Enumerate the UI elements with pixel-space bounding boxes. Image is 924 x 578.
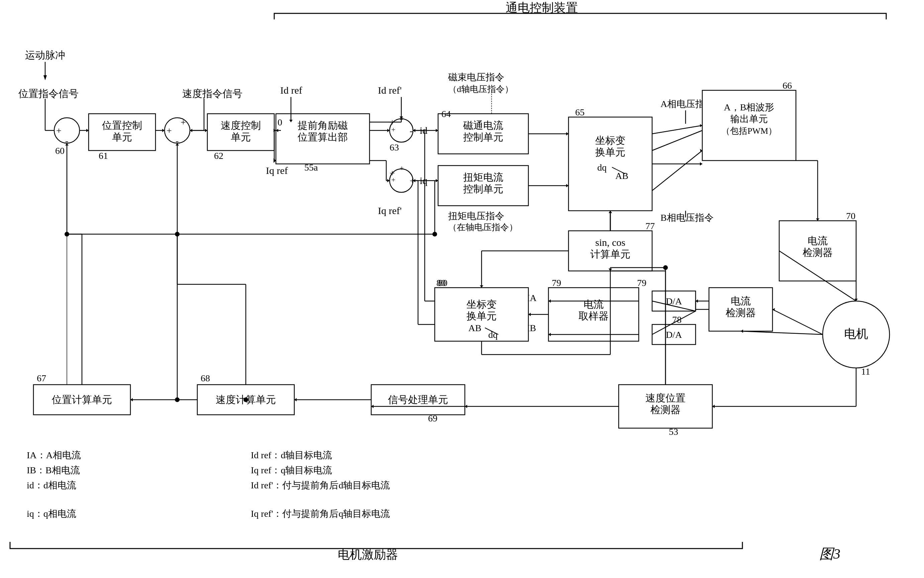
sum60-label: + bbox=[56, 125, 62, 136]
spd-ctrl-label2: 单元 bbox=[231, 132, 251, 143]
spd-pos-det-label1: 速度位置 bbox=[645, 392, 686, 403]
svg-text:+: + bbox=[391, 125, 395, 134]
svg-point-135 bbox=[433, 232, 437, 237]
curr-sampler-label1: 电流 bbox=[584, 299, 604, 310]
sum-mid-plus: + bbox=[167, 125, 172, 136]
sincos-label1: sin, cos bbox=[595, 237, 626, 248]
flux-ctrl-label2: 控制单元 bbox=[463, 132, 503, 143]
block53-id: 53 bbox=[669, 427, 678, 437]
coord-abdq-label1: 坐标变 bbox=[467, 299, 497, 310]
flux-ctrl-label1: 磁通电流 bbox=[463, 120, 503, 131]
motion-pulse-label: 运动脉冲 bbox=[25, 50, 65, 60]
block62-id: 62 bbox=[214, 151, 224, 161]
waveform-label1: A，B相波形 bbox=[724, 102, 775, 112]
block77-id: 77 bbox=[645, 221, 655, 231]
svg-text:+: + bbox=[400, 164, 404, 172]
legend-id: id：d相电流 bbox=[27, 480, 76, 490]
torque-ctrl-label1: 扭矩电流 bbox=[463, 172, 503, 183]
advance-label2: 位置算出部 bbox=[298, 132, 348, 143]
diagram-container: 通电控制装置 电机激励器 图3 运动脉冲 位置指令信号 + - 60 位置控制 … bbox=[0, 0, 924, 578]
waveform-label2: 输出单元 bbox=[730, 114, 768, 124]
svg-text:0: 0 bbox=[277, 117, 282, 127]
id-ref-label: Id ref bbox=[280, 84, 302, 96]
iq-ref-label: Iq ref bbox=[266, 165, 288, 176]
legend-iqref: Iq ref：q轴目标电流 bbox=[251, 465, 332, 475]
sum60-id: 60 bbox=[55, 146, 65, 156]
position-command-label: 位置指令信号 bbox=[18, 88, 79, 99]
legend-idrefprime: Id ref'：付与提前角后d轴目标电流 bbox=[251, 480, 390, 490]
coord-abdq-label2: 换单元 bbox=[467, 310, 497, 321]
torque-ctrl-label2: 控制单元 bbox=[463, 183, 503, 194]
spd-pos-det-label2: 检测器 bbox=[650, 404, 681, 415]
svg-rect-59 bbox=[702, 90, 796, 161]
iq-ref-prime-label: Iq ref' bbox=[378, 205, 402, 216]
pos-ctrl-label1: 位置控制 bbox=[102, 120, 142, 131]
d-axis-voltage-label: （d轴电压指令） bbox=[448, 84, 513, 94]
pos-calc-label: 位置计算单元 bbox=[52, 394, 112, 405]
motor-label: 电机 bbox=[844, 327, 868, 341]
block68-id: 68 bbox=[201, 373, 210, 383]
coord-dqab-label3: dq bbox=[597, 162, 606, 173]
curr-det-left-label2: 检测器 bbox=[726, 307, 756, 318]
svg-point-136 bbox=[243, 398, 248, 402]
sincos-label2: 计算单元 bbox=[590, 248, 631, 260]
coord-dqab-label2: 换单元 bbox=[595, 146, 626, 157]
block65-id: 65 bbox=[575, 107, 585, 117]
energization-control-label: 通电控制装置 bbox=[506, 1, 578, 15]
waveform-label3: （包括PWM） bbox=[721, 126, 777, 136]
speed-command-label: 速度指令信号 bbox=[182, 88, 242, 99]
motor-id: 11 bbox=[861, 366, 870, 377]
svg-text:-: - bbox=[410, 125, 413, 136]
coord-dqab-label4: AB bbox=[615, 170, 628, 181]
block80-num2: 80 bbox=[436, 278, 446, 288]
block67-id: 67 bbox=[37, 373, 46, 383]
coord-abdq-label4: dq bbox=[488, 330, 498, 340]
id-ref-prime-label: Id ref' bbox=[378, 84, 402, 96]
svg-point-163 bbox=[663, 265, 668, 270]
block79-num: 79 bbox=[552, 278, 561, 288]
q-axis-voltage-label: （在轴电压指令） bbox=[448, 222, 518, 232]
coord-abdq-label3: AB bbox=[468, 323, 481, 333]
legend-ib: IB：B相电流 bbox=[27, 465, 80, 475]
block66-id: 66 bbox=[783, 80, 792, 91]
sig-proc-label: 信号处理单元 bbox=[388, 394, 448, 405]
legend-ia: IA：A相电流 bbox=[27, 450, 81, 460]
svg-text:+: + bbox=[181, 117, 186, 127]
block61-id: 61 bbox=[99, 151, 108, 161]
advance-label1: 提前角励磁 bbox=[298, 120, 348, 131]
curr-det-right-label2: 检测器 bbox=[802, 247, 833, 258]
block70-id: 70 bbox=[846, 211, 856, 221]
block63-id-top: 63 bbox=[390, 142, 399, 153]
svg-text:+: + bbox=[391, 175, 395, 184]
curr-sampler-label2: 取样器 bbox=[579, 310, 609, 321]
b-phase-voltage-label: B相电压指令 bbox=[660, 213, 714, 223]
da-lower-label: D/A bbox=[666, 330, 682, 340]
curr-det-right-label1: 电流 bbox=[807, 235, 828, 246]
flux-voltage-label: 磁束电压指令 bbox=[448, 72, 504, 82]
figure-label: 图3 bbox=[819, 546, 840, 562]
block64-id: 64 bbox=[441, 109, 451, 119]
svg-rect-51 bbox=[569, 117, 652, 211]
spd-ctrl-label1: 速度控制 bbox=[221, 120, 261, 131]
svg-point-138 bbox=[175, 398, 180, 402]
motor-exciter-label: 电机激励器 bbox=[338, 548, 398, 561]
block69-id: 69 bbox=[428, 413, 438, 424]
block55a-id: 55a bbox=[304, 162, 318, 173]
block79-id: 79 bbox=[637, 278, 647, 288]
torque-voltage-label: 扭矩电压指令 bbox=[448, 211, 504, 221]
legend-idref: Id ref：d轴目标电流 bbox=[251, 450, 332, 460]
svg-point-133 bbox=[65, 232, 69, 237]
legend-iqrefprime: Iq ref'：付与提前角后q轴目标电流 bbox=[251, 508, 390, 519]
pos-ctrl-label2: 单元 bbox=[112, 132, 132, 143]
curr-det-left-label1: 电流 bbox=[731, 295, 751, 307]
coord-dqab-label1: 坐标变 bbox=[595, 135, 626, 146]
legend-iq: iq：q相电流 bbox=[27, 508, 76, 519]
